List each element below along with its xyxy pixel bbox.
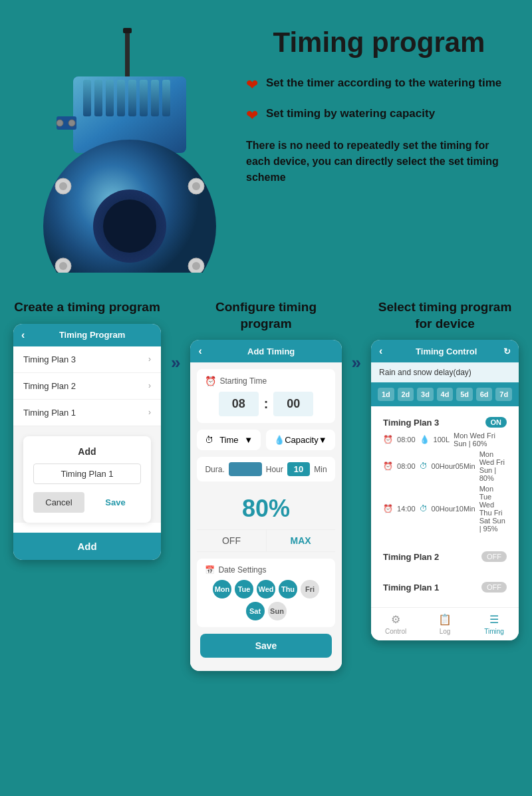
day-sun[interactable]: Sun (268, 602, 287, 620)
entry-detail-1: 100L (434, 436, 450, 444)
page-title: Timing program (246, 27, 512, 59)
list-item-2[interactable]: Timing Plan 2 › (13, 373, 161, 400)
back-arrow-1[interactable]: ‹ (21, 329, 25, 341)
mode-time-select[interactable]: ⏱ Time ▼ (197, 430, 261, 450)
mode-capacity-label: Capacity (285, 435, 319, 445)
phone-2-body: ⏰ Starting Time 08 : 00 ⏱ Time (190, 362, 341, 671)
delay-7d[interactable]: 7d (495, 388, 512, 401)
plan-1-name: Timing Plan 1 (383, 583, 439, 593)
off-max-row: OFF MAX (197, 529, 334, 552)
add-dialog-input[interactable] (33, 464, 141, 484)
timing-plan-3-item: Timing Plan 3 ON ⏰ 08:00 💧 100L Mon Wed … (376, 412, 513, 541)
starting-time-section: ⏰ Starting Time 08 : 00 (197, 369, 334, 423)
entry-time-3: 14:00 (397, 505, 416, 513)
list-item-1[interactable]: Timing Plan 3 › (13, 346, 161, 373)
day-thu[interactable]: Thu (279, 580, 297, 598)
log-icon: 📋 (438, 613, 452, 626)
plan-2-header: Timing Plan 2 OFF (383, 551, 507, 562)
double-arrow-2: » (352, 352, 361, 373)
plan-3-toggle[interactable]: ON (485, 417, 507, 428)
entry-clock-3: ⏰ (383, 504, 393, 513)
calendar-icon: 📅 (205, 565, 215, 575)
svg-point-14 (68, 120, 75, 126)
day-fri[interactable]: Fri (301, 580, 319, 598)
percent-display: 80% (197, 488, 334, 529)
step-1-col: Create a timing program ‹ Timing Program… (13, 299, 161, 560)
plan-3-entry-2: ⏰ 08:00 ⏱ 00Hour05Min Mon Wed Fri Sun | … (383, 450, 507, 482)
save-button[interactable]: Save (90, 492, 141, 513)
step-3-title: Select timing program for device (371, 299, 519, 332)
duration-row: Dura. Hour 10 Min (197, 457, 334, 481)
mode-time-icon: ⏱ (205, 435, 213, 445)
svg-point-26 (103, 199, 156, 253)
hour-box[interactable]: 08 (219, 392, 259, 416)
max-button[interactable]: MAX (267, 530, 335, 551)
delay-3d[interactable]: 3d (417, 388, 434, 401)
plan-3-entry-1: ⏰ 08:00 💧 100L Mon Wed Fri Sun | 60% (383, 432, 507, 448)
plan-3-name: Timing Plan 3 (383, 418, 439, 428)
plan-1-toggle[interactable]: OFF (481, 582, 507, 593)
delay-5d[interactable]: 5d (456, 388, 473, 401)
off-button[interactable]: OFF (197, 530, 266, 551)
svg-rect-10 (151, 80, 159, 116)
phone-1-mockup: ‹ Timing Program Timing Plan 3 › Timing … (13, 324, 161, 560)
time-colon: : (264, 396, 269, 412)
svg-point-22 (59, 262, 67, 270)
nav-control[interactable]: ⚙ Control (371, 613, 420, 635)
back-arrow-2[interactable]: ‹ (198, 345, 201, 357)
svg-rect-4 (83, 80, 91, 116)
steps-row: Create a timing program ‹ Timing Program… (13, 299, 519, 671)
delay-2d[interactable]: 2d (398, 388, 414, 401)
day-wed[interactable]: Wed (257, 580, 275, 598)
arrow-2: » (352, 299, 361, 373)
delay-4d[interactable]: 4d (437, 388, 454, 401)
mode-capacity-select[interactable]: 💧 Capacity ▼ (266, 430, 334, 450)
bullet-text-1: Set the timer according to the watering … (266, 75, 501, 91)
time-display: 08 : 00 (205, 392, 327, 416)
list-item-3[interactable]: Timing Plan 1 › (13, 400, 161, 426)
refresh-icon[interactable]: ↻ (503, 346, 511, 356)
day-mon[interactable]: Mon (213, 580, 231, 598)
mode-time-label: Time (219, 435, 238, 445)
nav-timing[interactable]: ☰ Timing (469, 613, 519, 635)
add-dialog-title: Add (33, 446, 141, 457)
right-content: Timing program ❤ Set the timer according… (233, 20, 512, 186)
delay-6d[interactable]: 6d (476, 388, 493, 401)
date-settings-section: 📅 Date Settings Mon Tue Wed Thu Fri Sat … (197, 559, 334, 627)
cancel-button[interactable]: Cancel (33, 492, 84, 513)
dura-value[interactable] (229, 462, 262, 476)
phone-1-body: Timing Plan 3 › Timing Plan 2 › Timing P… (13, 346, 161, 523)
plan-2-toggle[interactable]: OFF (481, 551, 507, 562)
mode-capacity-icon: 💧 (274, 435, 285, 445)
entry-detail-3: 00Hour10Min (432, 505, 475, 513)
bullet-text-2: Set timing by watering capacity (266, 106, 435, 122)
nav-log[interactable]: 📋 Log (420, 613, 469, 635)
svg-rect-8 (128, 80, 136, 116)
dura-min-value[interactable]: 10 (287, 462, 310, 476)
entry-days-2: Mon Wed Fri Sun | 80% (479, 450, 507, 482)
delay-1d[interactable]: 1d (378, 388, 394, 401)
list-item-2-label: Timing Plan 2 (23, 381, 76, 391)
timing-plan-1-item: Timing Plan 1 OFF (376, 577, 513, 602)
svg-rect-1 (123, 28, 132, 33)
bullet-item-1: ❤ Set the timer according to the waterin… (246, 75, 512, 94)
svg-rect-9 (140, 80, 148, 116)
mode-time-chevron: ▼ (244, 435, 253, 445)
svg-rect-11 (162, 80, 170, 116)
phone-2-title: Add Timing (209, 346, 334, 356)
mode-row: ⏱ Time ▼ 💧 Capacity ▼ (197, 430, 334, 450)
add-bottom-button[interactable]: Add (13, 533, 161, 560)
bottom-section: Create a timing program ‹ Timing Program… (0, 286, 532, 691)
svg-rect-0 (125, 30, 130, 80)
timing-icon: ☰ (489, 613, 499, 626)
day-tue[interactable]: Tue (235, 580, 253, 598)
date-settings-label: 📅 Date Settings (205, 565, 327, 575)
rain-delay-bar: Rain and snow delay(day) (371, 362, 519, 382)
step-2-title: Configure timing program (190, 299, 341, 332)
back-arrow-3[interactable]: ‹ (379, 345, 382, 357)
dura-label: Dura. (205, 465, 224, 474)
minute-box[interactable]: 00 (273, 392, 313, 416)
starting-time-label: ⏰ Starting Time (205, 376, 327, 386)
save-timing-button[interactable]: Save (200, 634, 331, 658)
day-sat[interactable]: Sat (246, 602, 265, 620)
